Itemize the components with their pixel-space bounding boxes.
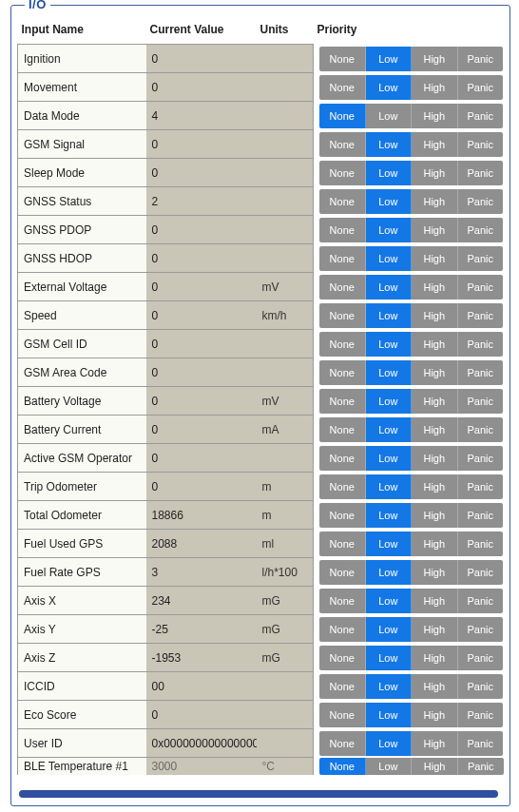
priority-option-panic[interactable]: Panic xyxy=(458,446,504,471)
priority-option-none[interactable]: None xyxy=(319,75,366,100)
priority-option-none[interactable]: None xyxy=(319,104,366,128)
priority-option-panic[interactable]: Panic xyxy=(458,474,504,499)
priority-segmented-control[interactable]: NoneLowHighPanic xyxy=(319,503,503,528)
priority-segmented-control[interactable]: NoneLowHighPanic xyxy=(319,161,503,185)
priority-segmented-control[interactable]: NoneLowHighPanic xyxy=(319,446,503,471)
priority-option-low[interactable]: Low xyxy=(366,589,413,613)
priority-option-high[interactable]: High xyxy=(412,104,458,128)
priority-option-low[interactable]: Low xyxy=(366,703,413,727)
priority-option-panic[interactable]: Panic xyxy=(458,218,504,242)
priority-option-none[interactable]: None xyxy=(319,218,366,242)
priority-option-high[interactable]: High xyxy=(412,417,458,442)
priority-option-low[interactable]: Low xyxy=(366,104,413,128)
priority-option-none[interactable]: None xyxy=(319,132,366,157)
priority-option-panic[interactable]: Panic xyxy=(458,674,504,699)
priority-option-high[interactable]: High xyxy=(412,360,458,385)
priority-option-high[interactable]: High xyxy=(412,532,458,556)
priority-segmented-control[interactable]: NoneLowHighPanic xyxy=(319,360,503,385)
priority-option-high[interactable]: High xyxy=(412,474,458,499)
priority-option-low[interactable]: Low xyxy=(366,731,413,756)
priority-segmented-control[interactable]: NoneLowHighPanic xyxy=(319,303,503,328)
priority-option-high[interactable]: High xyxy=(412,389,458,414)
priority-option-none[interactable]: None xyxy=(319,275,366,300)
priority-option-low[interactable]: Low xyxy=(366,75,413,100)
priority-option-none[interactable]: None xyxy=(319,474,366,499)
priority-option-high[interactable]: High xyxy=(412,674,458,699)
priority-option-panic[interactable]: Panic xyxy=(458,703,504,727)
priority-option-low[interactable]: Low xyxy=(366,758,413,775)
priority-segmented-control[interactable]: NoneLowHighPanic xyxy=(319,218,503,242)
priority-option-panic[interactable]: Panic xyxy=(458,303,504,328)
priority-option-low[interactable]: Low xyxy=(366,532,413,556)
priority-option-low[interactable]: Low xyxy=(366,417,413,442)
priority-segmented-control[interactable]: NoneLowHighPanic xyxy=(319,332,503,357)
priority-option-high[interactable]: High xyxy=(412,303,458,328)
priority-option-panic[interactable]: Panic xyxy=(458,332,504,357)
priority-option-none[interactable]: None xyxy=(319,360,366,385)
priority-segmented-control[interactable]: NoneLowHighPanic xyxy=(319,47,503,71)
priority-option-high[interactable]: High xyxy=(412,275,458,300)
priority-segmented-control[interactable]: NoneLowHighPanic xyxy=(319,646,503,670)
priority-option-high[interactable]: High xyxy=(412,47,458,71)
priority-option-none[interactable]: None xyxy=(319,417,366,442)
priority-option-panic[interactable]: Panic xyxy=(458,532,504,556)
priority-option-none[interactable]: None xyxy=(319,646,366,670)
priority-option-low[interactable]: Low xyxy=(366,560,413,585)
priority-option-none[interactable]: None xyxy=(319,758,366,775)
priority-option-none[interactable]: None xyxy=(319,161,366,185)
priority-option-high[interactable]: High xyxy=(412,617,458,642)
priority-segmented-control[interactable]: NoneLowHighPanic xyxy=(319,104,503,128)
priority-option-panic[interactable]: Panic xyxy=(458,389,504,414)
priority-option-none[interactable]: None xyxy=(319,303,366,328)
scrollbar-thumb[interactable] xyxy=(19,790,498,798)
priority-option-panic[interactable]: Panic xyxy=(458,360,504,385)
priority-option-high[interactable]: High xyxy=(412,332,458,357)
priority-option-panic[interactable]: Panic xyxy=(458,132,504,157)
priority-option-none[interactable]: None xyxy=(319,560,366,585)
priority-option-none[interactable]: None xyxy=(319,532,366,556)
priority-option-low[interactable]: Low xyxy=(366,503,413,528)
priority-option-high[interactable]: High xyxy=(412,132,458,157)
priority-option-low[interactable]: Low xyxy=(366,303,413,328)
priority-option-none[interactable]: None xyxy=(319,446,366,471)
priority-option-low[interactable]: Low xyxy=(366,474,413,499)
priority-option-panic[interactable]: Panic xyxy=(458,189,504,214)
priority-option-low[interactable]: Low xyxy=(366,617,413,642)
priority-option-panic[interactable]: Panic xyxy=(458,75,504,100)
priority-segmented-control[interactable]: NoneLowHighPanic xyxy=(319,532,503,556)
priority-option-high[interactable]: High xyxy=(412,218,458,242)
priority-option-panic[interactable]: Panic xyxy=(458,503,504,528)
priority-option-low[interactable]: Low xyxy=(366,246,413,271)
priority-segmented-control[interactable]: NoneLowHighPanic xyxy=(319,589,503,613)
priority-option-none[interactable]: None xyxy=(319,189,366,214)
priority-segmented-control[interactable]: NoneLowHighPanic xyxy=(319,189,503,214)
priority-option-high[interactable]: High xyxy=(412,189,458,214)
priority-option-panic[interactable]: Panic xyxy=(458,646,504,670)
priority-option-low[interactable]: Low xyxy=(366,189,413,214)
horizontal-scrollbar[interactable] xyxy=(19,790,498,798)
priority-option-low[interactable]: Low xyxy=(366,646,413,670)
priority-option-high[interactable]: High xyxy=(412,758,458,775)
priority-option-none[interactable]: None xyxy=(319,389,366,414)
priority-segmented-control[interactable]: NoneLowHighPanic xyxy=(319,674,503,699)
priority-option-panic[interactable]: Panic xyxy=(458,104,504,128)
priority-segmented-control[interactable]: NoneLowHighPanic xyxy=(319,417,503,442)
priority-segmented-control[interactable]: NoneLowHighPanic xyxy=(319,560,503,585)
priority-segmented-control[interactable]: NoneLowHighPanic xyxy=(319,246,503,271)
priority-option-low[interactable]: Low xyxy=(366,332,413,357)
priority-option-panic[interactable]: Panic xyxy=(458,731,504,756)
priority-option-high[interactable]: High xyxy=(412,446,458,471)
priority-option-panic[interactable]: Panic xyxy=(458,47,504,71)
priority-option-none[interactable]: None xyxy=(319,332,366,357)
priority-option-high[interactable]: High xyxy=(412,503,458,528)
priority-option-low[interactable]: Low xyxy=(366,389,413,414)
priority-option-low[interactable]: Low xyxy=(366,218,413,242)
priority-option-panic[interactable]: Panic xyxy=(458,560,504,585)
priority-option-high[interactable]: High xyxy=(412,589,458,613)
priority-option-panic[interactable]: Panic xyxy=(458,617,504,642)
priority-option-low[interactable]: Low xyxy=(366,674,413,699)
priority-option-panic[interactable]: Panic xyxy=(458,275,504,300)
priority-option-low[interactable]: Low xyxy=(366,132,413,157)
priority-option-high[interactable]: High xyxy=(412,560,458,585)
priority-option-none[interactable]: None xyxy=(319,617,366,642)
